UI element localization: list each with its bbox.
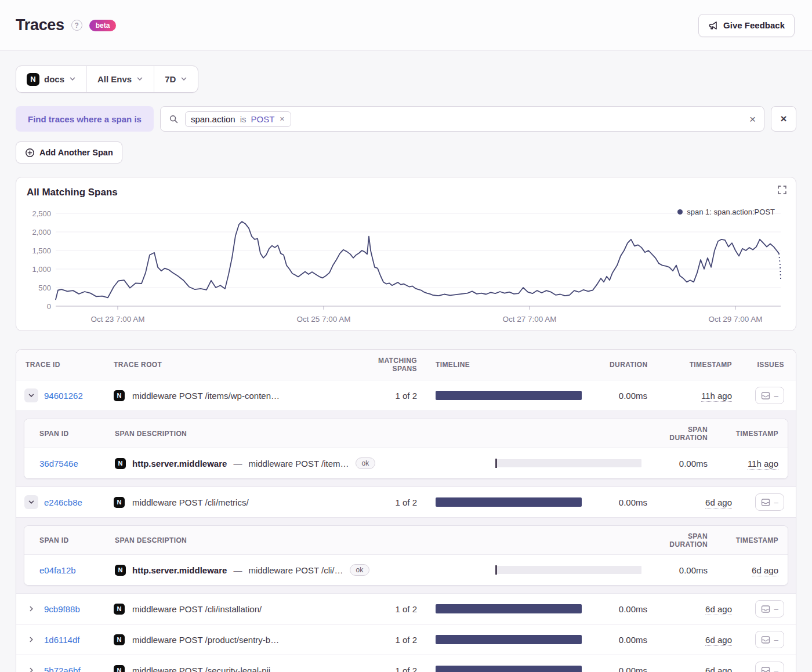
trace-root-text: middleware POST /product/sentry-b… <box>132 635 279 645</box>
environment-selector-label: All Envs <box>97 74 132 84</box>
col-span-description: Span Description <box>106 536 486 544</box>
x-axis-tick-label: Oct 23 7:00 AM <box>90 315 144 324</box>
col-span-id: Span ID <box>24 536 106 544</box>
separator: — <box>233 565 242 575</box>
x-axis-tick-label: Oct 25 7:00 AM <box>296 315 350 324</box>
collapse-row-icon[interactable] <box>24 388 38 402</box>
trace-id-link[interactable]: 94601262 <box>44 391 83 401</box>
span-sub-table: Span IDSpan DescriptionSpan DurationTime… <box>24 525 788 586</box>
issue-box-icon <box>761 666 770 672</box>
col-span-id: Span ID <box>24 430 106 438</box>
timeline-bar[interactable] <box>436 635 582 644</box>
nextjs-logo-icon: N <box>114 665 125 672</box>
span-id-link[interactable]: e04fa12b <box>39 565 76 575</box>
col-issues: Issues <box>741 361 796 369</box>
span-description-text: middleware POST /item… <box>248 459 349 468</box>
timeline-bar[interactable] <box>436 497 582 507</box>
spans-line-chart[interactable]: 05001,0001,5002,0002,500Oct 23 7:00 AMOc… <box>16 177 796 330</box>
timeline-bar[interactable] <box>436 391 582 400</box>
chart-legend[interactable]: span 1: span.action:POST <box>677 208 775 216</box>
expand-row-icon[interactable] <box>24 633 38 646</box>
timestamp-value[interactable]: 6d ago <box>705 604 732 615</box>
y-axis-tick-label: 1,000 <box>32 265 51 274</box>
span-row: e04fa12bNhttp.server.middleware—middlewa… <box>24 555 788 585</box>
all-matching-spans-chart: 05001,0001,5002,0002,500Oct 23 7:00 AMOc… <box>16 177 796 331</box>
col-trace-id: Trace ID <box>16 361 104 369</box>
issues-button[interactable]: – <box>755 662 784 672</box>
chevron-down-icon <box>136 74 143 84</box>
add-another-span-button[interactable]: Add Another Span <box>16 141 122 164</box>
query-token[interactable]: span.action is POST × <box>185 111 291 127</box>
chevron-down-icon <box>180 74 187 84</box>
trace-id-link[interactable]: e246cb8e <box>44 497 82 507</box>
expand-row-icon[interactable] <box>24 663 38 672</box>
col-duration: Duration <box>600 361 657 369</box>
trace-id-link[interactable]: 9cb9f88b <box>44 604 80 614</box>
give-feedback-button[interactable]: Give Feedback <box>698 14 795 37</box>
col-timeline: Timeline <box>426 361 600 369</box>
token-value[interactable]: POST <box>251 114 275 124</box>
issues-button[interactable]: – <box>755 631 784 648</box>
timeline-bar[interactable] <box>436 604 582 613</box>
span-search-input[interactable]: span.action is POST × × <box>160 106 764 132</box>
col-span-duration: Span Duration <box>653 426 717 442</box>
trace-root-text: middleware POST /cli/installation/ <box>132 604 262 614</box>
matching-spans-value: 1 of 2 <box>358 497 426 507</box>
expand-row-icon[interactable] <box>24 602 38 616</box>
col-span-timestamp: Timestamp <box>717 430 788 438</box>
collapse-row-icon[interactable] <box>24 495 38 509</box>
col-timestamp: Timestamp <box>657 361 741 369</box>
timestamp-value[interactable]: 11h ago <box>701 391 732 402</box>
span-timestamp-value[interactable]: 11h ago <box>748 459 778 470</box>
help-icon[interactable]: ? <box>71 20 82 31</box>
timestamp-value[interactable]: 6d ago <box>705 666 732 672</box>
issues-button[interactable]: – <box>755 600 784 617</box>
issues-count: – <box>774 498 778 507</box>
trace-root-text: middleware POST /security-legal-pii… <box>132 666 279 672</box>
x-axis-tick-label: Oct 27 7:00 AM <box>502 315 556 324</box>
project-selector-label: docs <box>44 74 64 84</box>
issue-box-icon <box>761 635 770 644</box>
table-row: 9cb9f88bNmiddleware POST /cli/installati… <box>16 593 796 624</box>
span-count-line-incomplete <box>779 253 781 280</box>
issue-box-icon <box>761 391 770 400</box>
timeline-bar[interactable] <box>436 666 582 672</box>
page-filter-bar: N docs All Envs 7D <box>16 66 198 93</box>
issues-button[interactable]: – <box>755 387 784 404</box>
search-icon <box>169 114 179 124</box>
environment-selector[interactable]: All Envs <box>86 66 154 92</box>
expanded-span-panel: Span IDSpan DescriptionSpan DurationTime… <box>16 517 796 593</box>
expanded-span-panel: Span IDSpan DescriptionSpan DurationTime… <box>16 411 796 486</box>
col-span-description: Span Description <box>106 430 486 438</box>
search-clear-icon[interactable]: × <box>749 114 756 125</box>
span-operation: http.server.middleware <box>132 565 227 575</box>
span-table-header: Span IDSpan DescriptionSpan DurationTime… <box>24 526 788 555</box>
token-operator[interactable]: is <box>240 114 246 124</box>
token-remove-icon[interactable]: × <box>279 114 285 123</box>
timestamp-value[interactable]: 6d ago <box>705 497 732 508</box>
timestamp-value[interactable]: 6d ago <box>705 635 732 646</box>
separator: — <box>233 459 242 468</box>
add-another-span-label: Add Another Span <box>39 148 113 157</box>
nextjs-logo-icon: N <box>114 604 125 615</box>
span-timeline-bar[interactable] <box>495 459 641 467</box>
remove-span-query-button[interactable]: × <box>771 106 796 132</box>
chart-title: All Matching Spans <box>27 187 118 198</box>
project-selector[interactable]: N docs <box>16 66 86 92</box>
span-timeline-bar[interactable] <box>495 566 641 574</box>
date-range-selector[interactable]: 7D <box>154 66 198 92</box>
trace-root-text: middleware POST /items/wp-conten… <box>132 391 280 401</box>
chevron-down-icon <box>69 74 76 84</box>
plus-circle-icon <box>25 148 35 158</box>
span-id-link[interactable]: 36d7546e <box>39 459 78 468</box>
trace-id-link[interactable]: 5b72a6bf <box>44 666 81 672</box>
beta-badge: beta <box>89 20 117 31</box>
span-timestamp-value[interactable]: 6d ago <box>752 565 778 576</box>
col-trace-root: Trace Root <box>104 361 358 369</box>
nextjs-logo-icon: N <box>27 73 39 86</box>
fullscreen-icon[interactable] <box>778 186 786 196</box>
traces-table-header: Trace ID Trace Root Matching Spans Timel… <box>16 350 796 380</box>
issues-button[interactable]: – <box>755 493 784 511</box>
trace-id-link[interactable]: 1d6114df <box>44 635 79 645</box>
token-key: span.action <box>191 114 235 124</box>
